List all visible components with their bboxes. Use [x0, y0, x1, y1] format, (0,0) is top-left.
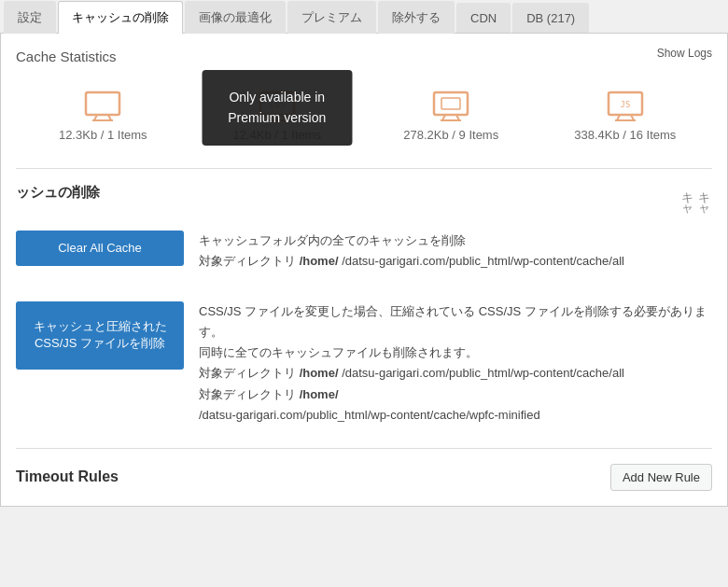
cssjs-dir2-label: 対象ディレクトリ — [199, 387, 296, 401]
stats-row: 12.3Kb / 1 Items CSS 12.4Kb / 1 Items On… — [16, 79, 712, 153]
clear-all-row: Clear All Cache キャッシュフォルダ内の全てのキャッシュを削除 対… — [16, 223, 712, 279]
cache-section-title: ッシュの削除 — [16, 184, 100, 202]
clear-all-dir-home: /home/ — [300, 254, 339, 268]
page-wrapper: 設定 キャッシュの削除 画像の最適化 プレミアム 除外する CDN DB (21… — [0, 0, 728, 587]
divider-1 — [16, 168, 712, 169]
tabs-bar: 設定 キャッシュの削除 画像の最適化 プレミアム 除外する CDN DB (21… — [0, 0, 728, 34]
clear-all-cache-button[interactable]: Clear All Cache — [16, 231, 184, 266]
svg-rect-0 — [86, 92, 119, 115]
monitor-icon-4: JS — [607, 91, 644, 122]
cssjs-desc-line2: 同時に全てのキャッシュファイルも削除されます。 — [199, 345, 478, 359]
cssjs-desc-line1: CSS/JS ファイルを変更した場合、圧縮されている CSS/JS ファイルを削… — [199, 304, 707, 339]
stat-value-4: 338.4Kb / 16 Items — [574, 128, 676, 142]
svg-rect-9 — [434, 92, 468, 115]
monitor-icon-2: CSS — [259, 91, 296, 122]
timeout-section: Timeout Rules Add New Rule — [16, 448, 712, 491]
stat-item-3: 278.2Kb / 9 Items — [364, 79, 539, 153]
cssjs-dir1-path: /datsu-garigari.com/public_html/wp-conte… — [342, 366, 624, 380]
timeout-rules-title: Timeout Rules — [16, 468, 119, 485]
monitor-icon-1 — [84, 91, 121, 122]
svg-rect-13 — [441, 98, 460, 109]
clear-all-dir-path: /datsu-garigari.com/public_html/wp-conte… — [342, 254, 624, 268]
cssjs-dir2-path: /datsu-garigari.com/public_html/wp-conte… — [199, 408, 540, 422]
clear-all-info: キャッシュフォルダ内の全てのキャッシュを削除 対象ディレクトリ /home/ /… — [199, 231, 624, 272]
tab-cdn[interactable]: CDN — [456, 3, 511, 33]
svg-text:JS: JS — [620, 100, 630, 109]
tab-db[interactable]: DB (217) — [512, 3, 589, 33]
tab-settings[interactable]: 設定 — [4, 1, 56, 34]
stat-value-3: 278.2Kb / 9 Items — [403, 128, 498, 142]
stat-item-1: 12.3Kb / 1 Items — [16, 79, 190, 153]
stat-value-2: 12.4Kb / 1 Items — [232, 128, 321, 142]
cache-statistics-title: Cache Statistics — [16, 49, 712, 64]
tab-premium[interactable]: プレミアム — [287, 1, 376, 34]
cssjs-dir1-label: 対象ディレクトリ — [199, 366, 296, 380]
clear-cssjs-row: キャッシュと圧縮された CSS/JS ファイルを削除 CSS/JS ファイルを変… — [16, 294, 712, 433]
tab-image-optimize[interactable]: 画像の最適化 — [185, 1, 286, 34]
cssjs-dir1-home: /home/ — [300, 366, 339, 380]
svg-text:CSS: CSS — [270, 100, 285, 109]
scroll-hint: キャキャ — [679, 184, 712, 212]
add-new-rule-button[interactable]: Add New Rule — [610, 464, 712, 491]
tab-exclude[interactable]: 除外する — [378, 1, 455, 34]
clear-cssjs-button[interactable]: キャッシュと圧縮された CSS/JS ファイルを削除 — [16, 301, 184, 369]
stat-value-1: 12.3Kb / 1 Items — [59, 128, 147, 142]
tab-cache-delete[interactable]: キャッシュの削除 — [58, 1, 183, 34]
stat-item-2: CSS 12.4Kb / 1 Items Only available inPr… — [190, 79, 365, 153]
show-logs-link[interactable]: Show Logs — [657, 47, 712, 60]
monitor-icon-3 — [432, 91, 469, 122]
clear-cssjs-info: CSS/JS ファイルを変更した場合、圧縮されている CSS/JS ファイルを削… — [199, 301, 712, 426]
stat-item-4: JS 338.4Kb / 16 Items — [539, 79, 713, 153]
cssjs-dir2-home: /home/ — [300, 387, 339, 401]
content-area: Show Logs Cache Statistics 12.3Kb / 1 It… — [0, 34, 728, 507]
